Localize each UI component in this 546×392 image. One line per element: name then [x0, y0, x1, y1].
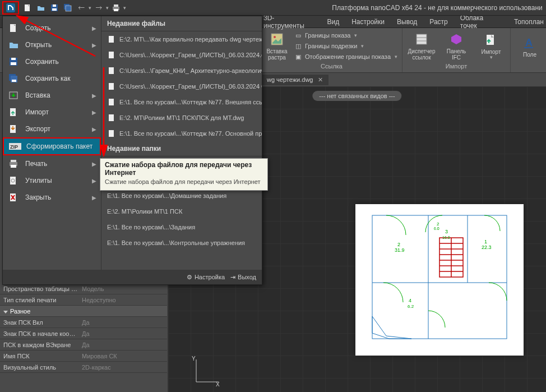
recent-file-item[interactable]: E:\2. МТ\Ролики МТ\1 ПСК\ПСК для МТ.dwg — [101, 110, 262, 126]
prop-row[interactable]: Имя ПСКМировая СК — [0, 351, 167, 362]
crop-show-icon: ▣ — [294, 52, 303, 61]
import-button[interactable]: Импорт▾ — [474, 29, 508, 63]
show-borders-button[interactable]: ▭Границы показа▾ — [291, 30, 400, 40]
submenu-arrow-icon: ▶ — [92, 126, 96, 132]
close-tab-button[interactable]: ✕ — [318, 76, 323, 84]
app-menu-button[interactable] — [2, 1, 19, 15]
svg-text:A: A — [525, 37, 533, 48]
ifc-panel-button[interactable]: Панель IFC — [439, 29, 473, 63]
recent-file-item[interactable]: E:\2. МТ\...\Как правильно передавать dw… — [101, 31, 262, 47]
qat-open-button[interactable] — [35, 2, 47, 14]
svg-rect-63 — [11, 165, 16, 168]
save-icon — [50, 3, 59, 12]
recent-file-item[interactable]: C:\Users\...\Гарем_КНИ_ Архитектурно-арх… — [101, 63, 262, 79]
prop-row[interactable]: Пространство таблицы с…Модель — [0, 283, 167, 294]
recent-files-header: Недавние файлы — [101, 16, 262, 31]
submenu-arrow-icon: ▶ — [92, 25, 96, 31]
menu-item-insert[interactable]: Вставка▶ — [3, 87, 101, 104]
print-icon — [7, 158, 21, 169]
svg-rect-3 — [52, 8, 57, 11]
recent-file-item[interactable]: C:\Users\...\Коррект_Гарем_(ЛИСТЫ)_06.03… — [101, 47, 262, 63]
file-icon — [107, 129, 116, 138]
svg-text:16.0: 16.0 — [442, 236, 450, 239]
svg-text:ZIP: ZIP — [10, 144, 18, 150]
export-icon — [7, 123, 21, 135]
tooltip-body: Сжатие набора файлов для передачи через … — [105, 178, 263, 186]
svg-rect-21 — [355, 204, 524, 356]
import-icon — [483, 32, 499, 48]
svg-text:4: 4 — [409, 298, 411, 303]
crop-borders-button[interactable]: ◫Границы подрезки▾ — [291, 41, 400, 51]
recent-file-item[interactable]: E:\1. Все по курсам\...\Коттедж №77. Осн… — [101, 126, 262, 141]
ribbon-group-link: Вставка растра ▭Границы показа▾ ◫Границы… — [261, 28, 402, 72]
recent-folders-header: Недавние папки — [101, 141, 262, 156]
save-all-icon — [63, 3, 72, 12]
menu-item-import[interactable]: Импорт▶ — [3, 104, 101, 121]
prop-row[interactable]: Тип стилей печатиНедоступно — [0, 294, 167, 306]
menu-item-close[interactable]: Закрыть▶ — [3, 189, 101, 206]
svg-rect-70 — [109, 52, 114, 58]
svg-rect-74 — [109, 114, 114, 121]
settings-button[interactable]: ⚙Настройка — [187, 274, 225, 281]
link-manager-button[interactable]: Диспетчер ссылок — [405, 29, 438, 63]
qat-undo-button[interactable]: 🡐 — [75, 2, 87, 14]
qat-redo-button[interactable]: 🡒 — [92, 2, 105, 14]
prop-row[interactable]: ПСК в каждом ВЭкранеДа — [0, 339, 167, 351]
recent-file-item[interactable]: C:\Users\...\Коррект_Гарем_(ЛИСТЫ)_06.03… — [101, 79, 262, 94]
show-borders-label: Границы показа — [305, 32, 350, 39]
recent-folder-item[interactable]: E:\1. Все по курсам\...\Контрольные упра… — [101, 235, 262, 251]
file-icon — [107, 82, 116, 91]
recent-folder-item[interactable]: E:\2. МТ\Ролики МТ\1 ПСК — [101, 204, 262, 219]
ribbon-tab[interactable]: Настройки — [349, 17, 387, 27]
app-menu-commands: Создать▶Открыть▶СохранитьСохранить какВс… — [3, 16, 101, 270]
field-button[interactable]: A Поле — [513, 29, 546, 63]
menu-item-save[interactable]: Сохранить — [3, 53, 101, 70]
ribbon-tab[interactable]: Вывод — [395, 17, 419, 27]
menu-item-label: Печать — [25, 160, 47, 168]
qat-saveall-button[interactable] — [62, 2, 74, 14]
new-file-icon — [23, 3, 32, 12]
document-tab[interactable]: wg чертежи.dwg ✕ — [261, 75, 328, 85]
menu-item-zip[interactable]: ZIPСформировать пакет — [3, 137, 101, 155]
file-icon — [107, 50, 116, 59]
menu-item-saveas[interactable]: Сохранить как — [3, 70, 101, 87]
qat-save-button[interactable] — [48, 2, 61, 14]
import-label: Импорт — [482, 49, 501, 55]
import-icon — [7, 107, 21, 118]
prop-row[interactable]: Знак ПСК в начале коор…Да — [0, 328, 167, 339]
app-logo-icon — [5, 2, 16, 13]
tooltip-title: Сжатие набора файлов для передачи через … — [105, 161, 263, 177]
undo-icon: 🡐 — [78, 4, 85, 12]
menu-item-export[interactable]: Экспорт▶ — [3, 121, 101, 137]
ribbon-tab[interactable]: Растр — [427, 17, 450, 27]
menu-item-print[interactable]: Печать▶ — [3, 155, 101, 172]
window-title: Платформа nanoCAD x64 24 - не для коммер… — [297, 4, 546, 12]
exit-button[interactable]: ⇥Выход — [230, 274, 256, 281]
svg-text:3: 3 — [445, 229, 448, 234]
menu-item-label: Открыть — [25, 41, 52, 49]
insert-icon — [7, 90, 21, 101]
recent-file-item[interactable]: E:\1. Все по курсам\...\Коттедж №77. Вне… — [101, 94, 262, 110]
svg-marker-15 — [451, 34, 461, 44]
recent-folder-item[interactable]: E:\1. Все по курсам\...\Задания — [101, 219, 262, 235]
menu-item-new[interactable]: Создать▶ — [3, 20, 101, 36]
menu-item-open[interactable]: Открыть▶ — [3, 36, 101, 53]
svg-rect-55 — [12, 80, 16, 82]
prop-section[interactable]: Разное — [0, 306, 167, 317]
prop-row[interactable]: Визуальный стиль2D-каркас — [0, 362, 167, 373]
svg-rect-16 — [487, 35, 494, 45]
menu-item-label: Импорт — [25, 108, 49, 116]
show-crop-display-button[interactable]: ▣Отображение границы показа▾ — [291, 52, 400, 62]
ribbon-group-import: Диспетчер ссылок Панель IFC Импорт▾ Импо… — [402, 28, 511, 72]
ribbon-tab[interactable]: Топоплан — [512, 17, 546, 27]
quick-access-toolbar: 🡐 ▾ 🡒 ▾ ▾ Платформа nanoCAD x64 24 - не … — [0, 0, 546, 16]
ribbon-group-title-import: Импорт — [405, 63, 508, 71]
prop-row[interactable]: Знак ПСК ВклДа — [0, 317, 167, 328]
qat-print-button[interactable] — [110, 2, 122, 14]
menu-item-label: Вставка — [25, 91, 50, 99]
ribbon-tab[interactable]: Вид — [325, 17, 341, 27]
open-icon — [7, 39, 21, 50]
insert-raster-button[interactable]: Вставка растра — [263, 29, 290, 63]
menu-item-util[interactable]: Утилиты▶ — [3, 172, 101, 189]
qat-new-button[interactable] — [21, 2, 34, 14]
